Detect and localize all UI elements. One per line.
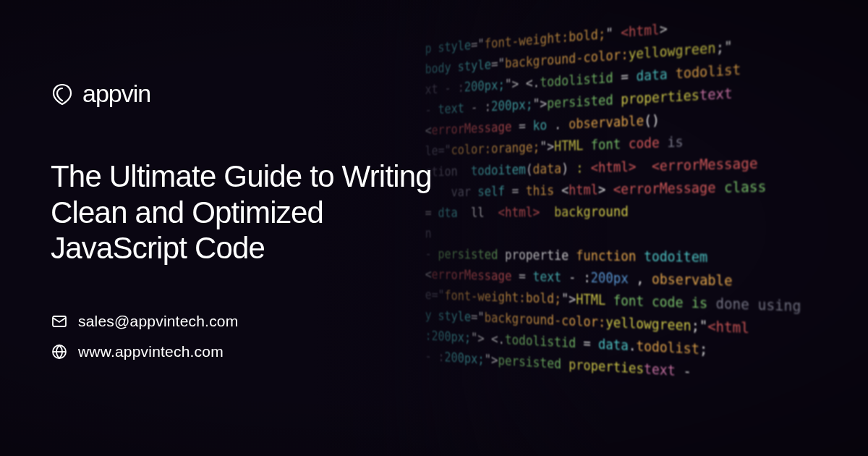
code-line: n [425,222,868,247]
background-code-art: p style="font-weight:bold;" <html>body s… [425,0,868,456]
brand-logo-icon [51,83,74,106]
contact-email: sales@appvintech.com [78,313,238,330]
content-panel: appvin The Ultimate Guide to Writing Cle… [0,0,463,456]
page-headline: The Ultimate Guide to Writing Clean and … [51,159,456,266]
contact-email-row: sales@appvintech.com [51,313,463,330]
mail-icon [51,313,68,330]
brand-name: appvin [82,80,150,108]
contact-website: www.appvintech.com [78,343,224,360]
brand-lockup: appvin [51,80,463,108]
contact-website-row: www.appvintech.com [51,343,463,360]
globe-icon [51,343,68,360]
